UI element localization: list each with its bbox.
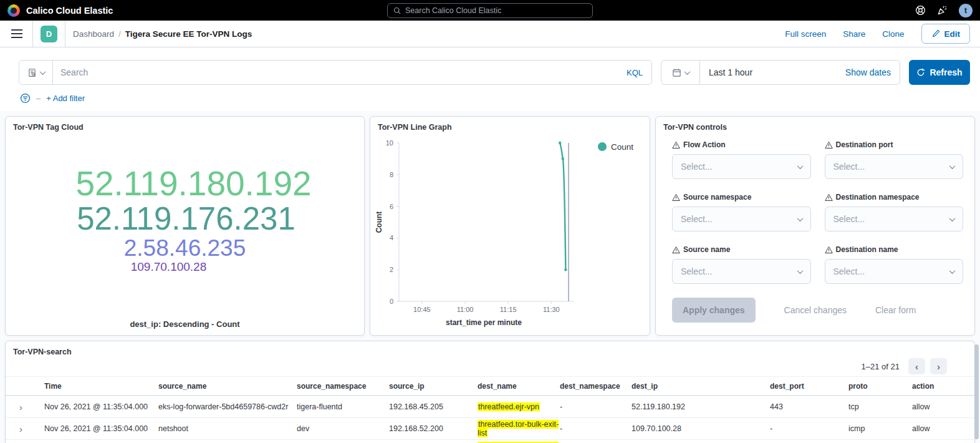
add-filter-button[interactable]: + Add filter [46,94,85,103]
pagination: 1–21 of 21 ‹ › [6,356,974,376]
divider [32,21,33,47]
table-cell: allow [912,424,974,433]
menu-icon[interactable] [11,33,22,34]
time-range-value[interactable]: Last 1 hour [700,67,752,77]
warning-icon [672,246,680,254]
column-header: dest_name [478,382,560,391]
tag-cloud-caption: dest_ip: Descending - Count [6,319,364,329]
control-select[interactable]: Select... [825,259,964,284]
filter-dash: – [36,94,41,103]
panel-title: Tor-VPN Line Graph [370,117,650,132]
edit-button[interactable]: Edit [921,24,971,44]
warning-icon [672,193,680,202]
expand-row-icon[interactable]: › [19,402,32,412]
table-cell: - [770,424,848,433]
brand: Calico Cloud Elastic [7,4,113,17]
expand-row-icon[interactable]: › [19,424,32,434]
tag-cloud-word[interactable]: 52.119.176.231 [77,202,295,236]
dashboard-grid: Tor-VPN Tag Cloud 52.119.180.19252.119.1… [0,111,980,443]
control-field-label: Source namespace [683,193,751,202]
svg-text:11:30: 11:30 [543,306,560,313]
table-cell: Nov 26, 2021 @ 11:35:04.000 [44,424,158,433]
warning-icon [825,141,833,149]
dashboard-badge[interactable]: D [41,26,57,42]
query-search-input[interactable] [53,67,618,77]
control-field-label: Destination port [836,140,893,149]
control-select[interactable]: Select... [825,154,964,179]
share-button[interactable]: Share [843,29,865,39]
announcements-icon[interactable] [937,5,948,16]
kql-button[interactable]: KQL [618,68,651,77]
chevron-down-icon [39,69,46,75]
chevron-down-icon [797,268,803,274]
apply-changes-button[interactable]: Apply changes [672,298,756,323]
control-select[interactable]: Select... [672,259,811,284]
chevron-down-icon [949,215,956,221]
table-cell: eks-log-forwarder-5bd4659786-cwd2r [158,402,297,411]
scrollbar-thumb[interactable] [974,344,979,439]
next-page-button[interactable]: › [930,358,947,374]
control-field-label: Flow Action [683,140,726,149]
table-cell: Nov 26, 2021 @ 11:35:04.000 [44,402,158,411]
tag-cloud-word[interactable]: 2.58.46.235 [124,236,246,261]
table-header-row: Timesource_namesource_namespacesource_ip… [6,376,974,396]
table-row: ›Nov 26, 2021 @ 11:35:04.000netshootdev1… [6,417,974,439]
control-select[interactable]: Select... [825,207,964,231]
highlighted-value: threatfeed.tor-bulk-exit-list [478,420,559,437]
table-cell: 443 [770,402,848,411]
refresh-button[interactable]: Refresh [909,60,970,85]
svg-text:8: 8 [390,171,393,178]
controls-panel: Tor-VPN controls Flow ActionSelect...Des… [655,116,975,336]
filter-icon[interactable] [20,93,31,104]
log-table: Timesource_namesource_namespacesource_ip… [6,376,974,443]
table-cell: netshoot [158,424,297,433]
control-field: Flow ActionSelect... [672,140,811,179]
global-search[interactable] [387,3,593,18]
table-cell: threatfeed.ejr-vpn [478,402,560,411]
tag-cloud-word[interactable]: 109.70.100.28 [131,261,207,273]
show-dates-button[interactable]: Show dates [845,67,900,77]
help-icon[interactable] [915,5,926,16]
svg-text:11:15: 11:15 [500,306,517,313]
cancel-changes-button[interactable]: Cancel changes [784,305,847,315]
control-field: Source namespaceSelect... [672,193,811,231]
column-header: action [912,382,974,391]
svg-text:10: 10 [386,139,393,147]
prev-page-button[interactable]: ‹ [908,358,925,374]
date-picker: Last 1 hour Show dates [661,60,900,85]
saved-query-menu-button[interactable] [19,61,53,84]
control-field: Destination namespaceSelect... [825,193,964,231]
brand-title: Calico Cloud Elastic [26,6,113,16]
tag-cloud-word[interactable]: 52.119.180.192 [75,165,311,202]
control-field-label: Destination namespace [836,193,920,202]
warning-icon [672,141,680,149]
pencil-icon [931,29,940,38]
breadcrumb-separator: / [118,29,121,39]
chevron-down-icon [949,268,956,274]
table-cell: 192.168.45.205 [389,402,478,411]
chevron-down-icon [949,163,956,169]
select-placeholder: Select... [681,266,713,276]
breadcrumb-dashboard[interactable]: Dashboard [73,29,114,39]
chevron-down-icon [684,69,690,75]
control-select[interactable]: Select... [672,154,811,179]
calendar-menu-button[interactable] [661,61,700,84]
clear-form-button[interactable]: Clear form [875,305,916,315]
control-select[interactable]: Select... [672,207,811,231]
column-header: dest_namespace [560,382,632,391]
user-avatar[interactable]: t [959,4,973,17]
panel-title: Tor-VPN-search [6,341,974,356]
full-screen-button[interactable]: Full screen [785,29,826,39]
warning-icon [825,246,833,254]
legend-item[interactable]: Count [598,142,633,152]
pagination-label: 1–21 of 21 [862,362,900,371]
table-row: ›Nov 26, 2021 @ 11:35:04.000eks-log-forw… [6,396,974,417]
chevron-down-icon [797,163,803,169]
table-cell: - [560,402,632,411]
select-placeholder: Select... [681,214,713,224]
global-search-input[interactable] [405,6,587,15]
clone-button[interactable]: Clone [882,29,904,39]
warning-icon [825,193,833,202]
controls-grid: Flow ActionSelect...Destination portSele… [656,132,974,284]
table-cell: threatfeed.tor-bulk-exit-list [478,420,560,437]
